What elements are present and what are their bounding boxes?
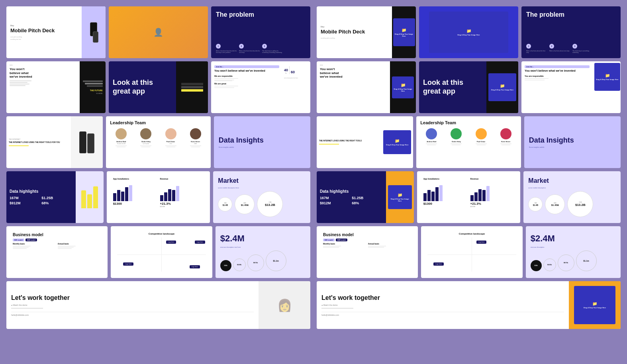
team-member-3: Paul Chase CTO [159, 128, 182, 147]
r8-member-1: Andrew Neal [420, 128, 443, 145]
slide-person-dd-right[interactable]: 📁 Drag & Drop Your Image Here [419, 6, 518, 58]
leadership-title-left: Leadership Team [110, 120, 206, 125]
slide-work-together-left[interactable]: Let's work together ● Watch the demo hel… [6, 281, 310, 329]
resp-sub2: We are great [214, 82, 279, 85]
slide-chart-right[interactable]: App Installations $1300 Revenue [417, 171, 521, 223]
slide-data-insights-right[interactable]: Data Insights Some insights subtitle [524, 116, 621, 168]
avatar-2 [140, 128, 151, 139]
r9-sub: Some insights subtitle [529, 146, 616, 148]
slide-market-left[interactable]: Market some market description here TAM … [213, 171, 310, 223]
slide-revenue-left[interactable]: $2.4M revenue description text here $180… [216, 226, 310, 278]
believe-right-content: THE FUTURE IS HERE [83, 80, 103, 94]
believe-title-left: You won't believe what we've invented [10, 67, 33, 79]
slide-work-together-right[interactable]: Let's work together ● Watch the demo hel… [317, 281, 621, 329]
right-row-2: 01/04 You won't believe what we've inven… [317, 61, 621, 113]
slide-revenue-right[interactable]: $2.4M revenue description $180k $225k $6… [526, 226, 621, 278]
r13-badges: B2C model B2B model [323, 239, 411, 241]
r11-chart-2: Revenue +21.3% $223M [470, 178, 514, 217]
market-sub: some market description here [218, 187, 306, 189]
pitch-bars: some pitch something something else here [10, 36, 78, 40]
slide-competitive-left[interactable]: Competitive landscape Logo here Logo her… [111, 226, 212, 278]
r14-grid: Logo here Logo here [427, 237, 516, 272]
slide-responsible-left[interactable]: Join the... You won't believe what we've… [211, 61, 310, 113]
slide-believe-left[interactable]: 01/04 You won't believe what we've inven… [6, 61, 106, 113]
step-3-text: The third step is calling for something … [262, 50, 284, 53]
r12-title: Market [528, 177, 616, 184]
slide-believe-right[interactable]: 01/04 You won't believe what we've inven… [317, 61, 416, 113]
left-deck: Hey Mobile Pitch Deck some pitch somethi… [6, 6, 310, 329]
problem-title-left: The problem [216, 11, 306, 18]
r8-member-3: Paul Chase [470, 128, 492, 145]
slide-responsible-right[interactable]: Join the... You won't believe what we've… [521, 61, 621, 113]
r1-dd-icon: 📁 [402, 28, 406, 32]
right-row-5: Business model B2C model B2B model Month… [317, 226, 621, 278]
slide-leadership-right[interactable]: Leadership Team Andrew Neal Ondre Kirby [416, 116, 521, 168]
r2-drag-drop: 📁 Drag & Drop Your Image Here [429, 12, 508, 53]
slide-pitch-deck-left[interactable]: Hey Mobile Pitch Deck some pitch somethi… [6, 6, 106, 58]
person-photo-work: 👩 [277, 298, 292, 312]
r4-tag: 01/04 [320, 65, 387, 66]
r8-member-4: Korie Street [495, 128, 517, 145]
r4-title: You won't believe what we've invented [320, 67, 344, 79]
r5-dd: 📁 Drag & Drop Your Image Here [488, 73, 516, 101]
team-member-2: Ondre Kirby Co-Founder [135, 128, 157, 147]
slide-highlights-right[interactable]: Data highlights 167M $1.25B $912M 68% 📁 … [317, 171, 414, 223]
slide-leadership-left[interactable]: Leadership Team Andrew Neal Founder & CE… [106, 116, 210, 168]
slide-highlights-left[interactable]: Data highlights 167M $1.25B $912M 68% [6, 171, 104, 223]
market-circles-left: TAM $1.4B SAM $1.45B SOM $13.2B [218, 191, 306, 217]
r4-dd: 📁 Drag & Drop Your Image Here [392, 76, 414, 98]
slide-market-right[interactable]: Market some market description TAM $1.4B… [523, 171, 621, 223]
r8-member-2: Ondre Kirby [445, 128, 467, 145]
step-1-num: 1 [216, 44, 221, 49]
r7-dd: 📁 Drag & Drop Your Image Here [383, 130, 411, 154]
biz-content: Monthly basis Annual basis [13, 243, 101, 249]
right-row-1: Hey Mobile Pitch Deck something pitch so… [317, 6, 621, 58]
slide-data-insights-left[interactable]: Data Insights Some insights subtitle [214, 116, 310, 168]
app-title-left: Look at this great app [113, 78, 172, 96]
slide-phones-right[interactable]: THE INTERNET LOVES USING THE RIGHT TOOLS… [317, 116, 413, 168]
r1-drag-drop: 📁 Drag & Drop Your Image Here [393, 18, 415, 46]
resp-stats: 40 hr 60 [284, 66, 309, 74]
team-members-right: Andrew Neal Ondre Kirby Paul Chase [420, 128, 517, 145]
highlights-visual [76, 171, 104, 223]
slide-pitch-deck-right[interactable]: Hey Mobile Pitch Deck something pitch so… [317, 6, 416, 58]
r15-circles: $180k $225k $675k $1.1m [531, 250, 616, 271]
slide-app-left[interactable]: Look at this great app [109, 61, 208, 113]
slide-tag-believe: 01/04 [10, 65, 76, 66]
r8-name-4: Korie Street [501, 141, 510, 143]
slide-business-left[interactable]: Business model B2C model B2B model Month… [6, 226, 108, 278]
r7-text: THE INTERNET LOVES USING THE RIGHT TOOLS [317, 116, 381, 168]
slide-competitive-right[interactable]: Competitive landscape Logo here Logo her… [421, 226, 522, 278]
biz-badges: B2C model B2B model [13, 239, 101, 241]
slide-app-right[interactable]: Look at this great app 📁 Drag & Drop You… [419, 61, 518, 113]
name-3: Paul Chase [167, 141, 175, 143]
slide-problem-right[interactable]: The problem 1 Write a few lines about th… [521, 6, 621, 58]
highlights-values: 167M $1.25B $912M 68% [10, 196, 72, 205]
r16-demo: ● Watch the demo [321, 304, 564, 306]
slide-chart-left[interactable]: App Installations $1300 Revenue [107, 171, 210, 223]
r10-dd: 📁 Drag & Drop Your Image Here [386, 171, 414, 223]
team-member-1: Andrew Neal Founder & CEO [110, 128, 132, 147]
left-row-2: 01/04 You won't believe what we've inven… [6, 61, 310, 113]
problem-title-right: The problem [526, 11, 616, 18]
role-4: CMO [194, 143, 197, 145]
right-row-3: THE INTERNET LOVES USING THE RIGHT TOOLS… [317, 116, 621, 168]
left-row-1: Hey Mobile Pitch Deck some pitch somethi… [6, 6, 310, 58]
r6-title: You won't believe what we've invented [525, 69, 590, 72]
r1-title: Mobile Pitch Deck [321, 29, 388, 35]
r12-sub: some market description [528, 187, 616, 189]
r8-name-1: Andrew Neal [427, 141, 436, 143]
resp-title: You won't believe what we've invented [214, 69, 279, 72]
slide-person-photo-left[interactable]: 👤 [109, 6, 208, 58]
phones-text: THE INTERNET THE INTERNET LOVES USING TH… [6, 116, 71, 168]
r9-title: Data Insights [529, 136, 616, 145]
r15-title: $2.4M [531, 233, 616, 244]
data-insights-sub: Some insights subtitle [219, 146, 306, 148]
r8-avatar-2 [451, 128, 462, 139]
email-left: hello@dribbble.com [11, 312, 254, 316]
slide-problem-left[interactable]: The problem 1 Write a few lines that des… [211, 6, 310, 58]
right-row-4: Data highlights 167M $1.25B $912M 68% 📁 … [317, 171, 621, 223]
app-right-img [181, 83, 203, 92]
slide-phones-left[interactable]: THE INTERNET THE INTERNET LOVES USING TH… [6, 116, 103, 168]
slide-business-right[interactable]: Business model B2C model B2B model Month… [317, 226, 418, 278]
